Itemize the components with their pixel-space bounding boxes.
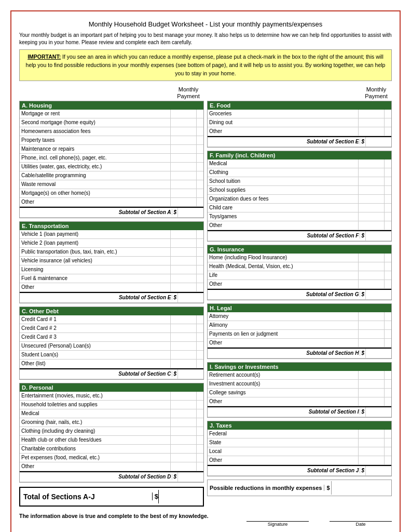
section-g: G. Insurance Home (including Flood Insur… [207,245,392,300]
section-e-food: E. Food Groceries Dining out Other Subto… [207,101,392,148]
list-item: Mortgage(s) on other home(s) [20,189,203,198]
list-item: Other [208,280,391,289]
list-item: Life [208,271,391,280]
section-a: A. Housing Mortgage or rent Second mortg… [19,101,204,218]
subtotal-g: Subtotal of Section G $ [208,289,391,300]
important-notice: IMPORTANT: If you see an area in which y… [19,49,392,81]
list-item: Child care [208,204,391,212]
list-item: School supplies [208,186,391,195]
list-item: Waste removal [20,180,203,189]
list-item: Other [20,198,203,207]
list-item: Attorney [208,312,391,321]
list-item: Homeowners association fees [20,127,203,136]
list-item: Licensing [20,265,203,274]
section-c: C. Other Debt Credit Card # 1 Credit Car… [19,307,204,380]
signature-line: Signature [246,521,309,527]
list-item: Health club or other club fees/dues [20,436,203,445]
monthly-payment-header-left: MonthlyPayment [173,86,204,100]
list-item: Other [208,221,391,230]
section-f-header: F. Family (incl. Children) [208,151,391,159]
list-item: Vehicle insurance (all vehicles) [20,257,203,265]
list-item: Mortgage or rent [20,110,203,118]
list-item: Second mortgage (home equity) [20,118,203,127]
footer-text: The information above is true and comple… [19,513,392,519]
list-item: Phone, incl. cell phone(s), pager, etc. [20,154,203,163]
section-c-header: C. Other Debt [20,307,203,315]
total-label: Total of Sections A-J [23,493,152,501]
important-label: IMPORTANT: [28,54,61,60]
list-item: Pet expenses (food, medical, etc.) [20,454,203,462]
list-item: Medical [20,409,203,418]
list-item: Charitable contributions [20,445,203,454]
page-title: Monthly Household Budget Worksheet - Lis… [19,19,392,29]
list-item: Cable/satellite programming [20,171,203,180]
list-item: Student Loan(s) [20,351,203,360]
date-line: Date [330,521,392,527]
intro-text: Your monthly budget is an important part… [19,32,392,46]
list-item: Utilities (water, gas, electricity, etc.… [20,163,203,171]
list-item: Vehicle 2 (loan payment) [20,239,203,248]
section-g-header: G. Insurance [208,245,391,254]
list-item: Home (including Flood Insurance) [208,254,391,262]
list-item: Vehicle 1 (loan payment) [20,230,203,239]
monthly-payment-header-right: MonthlyPayment [361,86,392,100]
list-item: Other [208,456,391,465]
list-item: Medical [208,159,391,168]
section-f: F. Family (incl. Children) Medical Cloth… [207,151,392,242]
list-item: Health (Medical, Dental, Vision, etc.) [208,262,391,271]
list-item: Clothing (including dry cleaning) [20,427,203,436]
list-item: Toys/games [208,212,391,221]
subtotal-j: Subtotal of Section J $ [208,465,391,476]
list-item: Fuel & maintenance [20,274,203,283]
list-item: School tuition [208,177,391,186]
subtotal-e-transport: Subtotal of Section E $ [20,292,203,303]
section-d: D. Personal Entertainment (movies, music… [19,383,204,483]
total-input[interactable] [158,490,200,503]
list-item: Other [20,462,203,471]
list-item: Household toiletries and supplies [20,401,203,409]
section-d-header: D. Personal [20,383,203,392]
list-item: Other [208,339,391,348]
section-j: J. Taxes Federal State Local Other Subto… [207,421,392,476]
section-h-header: H. Legal [208,304,391,312]
list-item: Entertainment (movies, music, etc.) [20,392,203,401]
subtotal-h: Subtotal of Section H $ [208,348,391,358]
subtotal-a: Subtotal of Section A $ [20,207,203,218]
list-item: Maintenance or repairs [20,145,203,154]
section-i: I. Savings or Investments Retirement acc… [207,362,392,418]
list-item: Clothing [208,168,391,177]
list-item: Retirement account(s) [208,371,391,380]
list-item: Payments on lien or judgment [208,330,391,339]
list-item: Other [208,127,391,136]
total-dollar-sign: $ [152,493,158,500]
subtotal-c: Subtotal of Section C $ [20,368,203,379]
list-item: Property taxes [20,136,203,145]
section-j-header: J. Taxes [208,421,391,430]
subtotal-d: Subtotal of Section D $ [20,471,203,482]
section-e-food-header: E. Food [208,101,391,110]
list-item: Other [208,397,391,406]
list-item: Federal [208,430,391,438]
section-e-transport-header: E. Transportation [20,222,203,230]
possible-reductions-label: Possible reductions in monthly expenses [210,485,322,491]
footer: The information above is true and comple… [19,513,392,527]
possible-reductions: Possible reductions in monthly expenses … [207,480,392,496]
list-item: Credit Card # 2 [20,324,203,333]
list-item: Other [20,283,203,292]
list-item: Credit Card # 3 [20,333,203,342]
subtotal-f: Subtotal of Section F $ [208,230,391,241]
list-item: Organization dues or fees [208,195,391,204]
section-a-header: A. Housing [20,101,203,110]
section-i-header: I. Savings or Investments [208,363,391,371]
list-item: Local [208,447,391,456]
subtotal-i: Subtotal of Section I $ [208,406,391,417]
list-item: Public transportation (bus, taxi, train,… [20,248,203,257]
list-item: Investment account(s) [208,380,391,389]
list-item: Dining out [208,118,391,127]
list-item: Other (list) [20,360,203,368]
section-h: H. Legal Attorney Alimony Payments on li… [207,303,392,359]
list-item: Alimony [208,321,391,330]
list-item: Grooming (hair, nails, etc.) [20,418,203,427]
list-item: Groceries [208,110,391,118]
list-item: Unsecured (Personal) Loan(s) [20,342,203,351]
